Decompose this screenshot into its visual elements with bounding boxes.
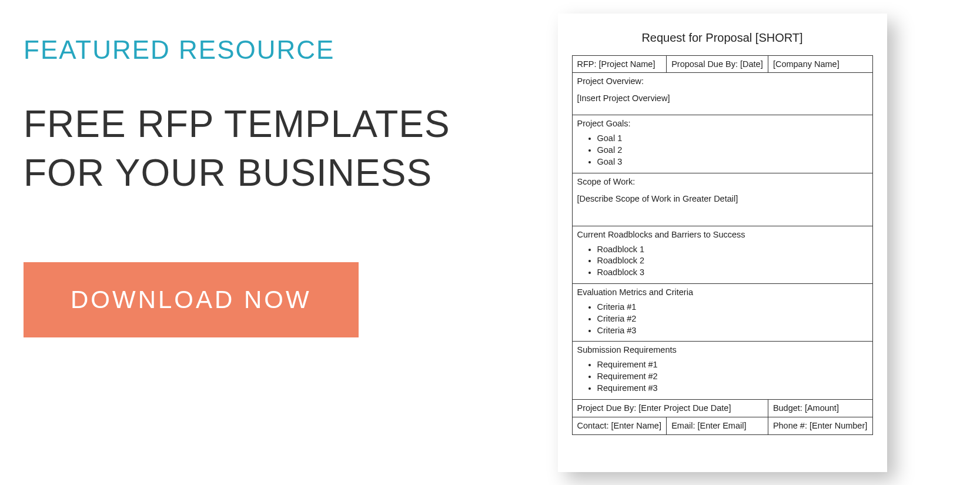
header-row: RFP: [Project Name] Proposal Due By: [Da… xyxy=(572,55,872,73)
budget-cell: Budget: [Amount] xyxy=(768,399,872,417)
due-budget-row: Project Due By: [Enter Project Due Date]… xyxy=(572,399,872,417)
contact-cell: Contact: [Enter Name] xyxy=(572,417,667,434)
submission-label: Submission Requirements xyxy=(577,344,868,356)
overview-row: Project Overview: [Insert Project Overvi… xyxy=(572,73,872,115)
roadblock-item: Roadblock 2 xyxy=(597,255,868,266)
goals-row: Project Goals: Goal 1 Goal 2 Goal 3 xyxy=(572,115,872,173)
rfp-table: RFP: [Project Name] Proposal Due By: [Da… xyxy=(572,55,873,435)
criteria-row: Evaluation Metrics and Criteria Criteria… xyxy=(572,284,872,342)
rfp-name-cell: RFP: [Project Name] xyxy=(572,55,667,73)
goal-item: Goal 3 xyxy=(597,156,868,168)
criteria-item: Criteria #1 xyxy=(597,302,868,313)
criteria-label: Evaluation Metrics and Criteria xyxy=(577,287,868,298)
roadblock-item: Roadblock 1 xyxy=(597,244,868,255)
requirement-item: Requirement #3 xyxy=(597,383,868,394)
document-title: Request for Proposal [SHORT] xyxy=(572,31,873,45)
goal-item: Goal 2 xyxy=(597,145,868,156)
download-button[interactable]: DOWNLOAD NOW xyxy=(24,262,359,337)
company-name-cell: [Company Name] xyxy=(768,55,872,73)
requirement-item: Requirement #2 xyxy=(597,371,868,382)
scope-body: [Describe Scope of Work in Greater Detai… xyxy=(577,193,868,205)
proposal-due-cell: Proposal Due By: [Date] xyxy=(667,55,768,73)
requirement-item: Requirement #1 xyxy=(597,359,868,370)
phone-cell: Phone #: [Enter Number] xyxy=(768,417,872,434)
contact-row: Contact: [Enter Name] Email: [Enter Emai… xyxy=(572,417,872,434)
criteria-item: Criteria #3 xyxy=(597,325,868,336)
roadblock-item: Roadblock 3 xyxy=(597,267,868,278)
goal-item: Goal 1 xyxy=(597,133,868,144)
scope-label: Scope of Work: xyxy=(577,176,868,188)
rfp-document: Request for Proposal [SHORT] RFP: [Proje… xyxy=(558,14,887,472)
email-cell: Email: [Enter Email] xyxy=(667,417,768,434)
roadblocks-row: Current Roadblocks and Barriers to Succe… xyxy=(572,226,872,283)
criteria-item: Criteria #2 xyxy=(597,313,868,325)
scope-row: Scope of Work: [Describe Scope of Work i… xyxy=(572,173,872,226)
right-panel: Request for Proposal [SHORT] RFP: [Proje… xyxy=(500,0,980,485)
roadblocks-label: Current Roadblocks and Barriers to Succe… xyxy=(577,229,868,240)
headline-text: FREE RFP TEMPLATES FOR YOUR BUSINESS xyxy=(24,100,476,198)
submission-row: Submission Requirements Requirement #1 R… xyxy=(572,342,872,399)
project-due-cell: Project Due By: [Enter Project Due Date] xyxy=(572,399,768,417)
goals-label: Project Goals: xyxy=(577,118,868,129)
eyebrow-text: FEATURED RESOURCE xyxy=(24,35,476,65)
overview-label: Project Overview: xyxy=(577,76,868,87)
overview-body: [Insert Project Overview] xyxy=(577,93,868,104)
left-panel: FEATURED RESOURCE FREE RFP TEMPLATES FOR… xyxy=(0,0,500,485)
